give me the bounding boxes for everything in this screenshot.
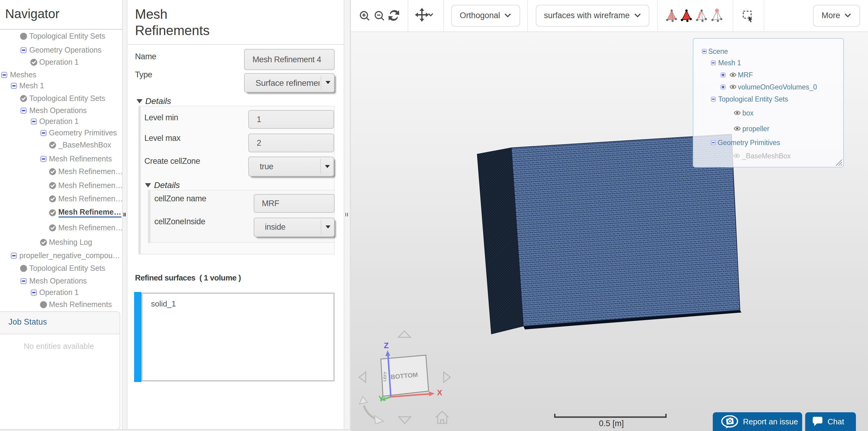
- svg-text:X: X: [437, 388, 442, 397]
- svg-text:0.5 [m]: 0.5 [m]: [598, 419, 624, 428]
- svg-text:Z: Z: [383, 341, 389, 350]
- svg-text:Y: Y: [378, 394, 383, 403]
